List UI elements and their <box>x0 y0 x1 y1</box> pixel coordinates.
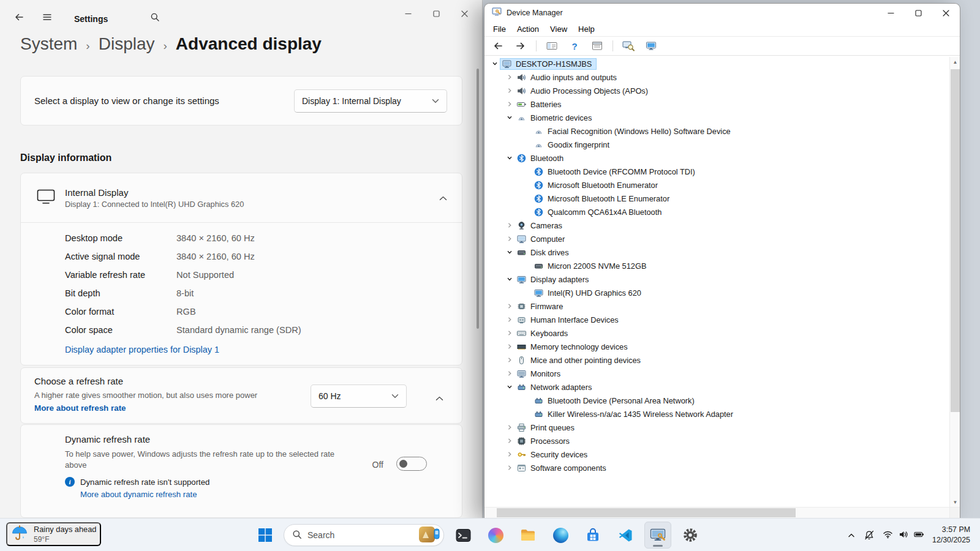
maximize-icon[interactable] <box>905 4 932 22</box>
menu-help[interactable]: Help <box>573 23 600 35</box>
tree-node[interactable]: Software components <box>485 461 949 474</box>
chevron-right-icon[interactable] <box>505 357 514 363</box>
chevron-right-icon[interactable] <box>505 465 514 471</box>
tree-node[interactable]: Human Interface Devices <box>485 313 949 326</box>
tree-node[interactable]: Bluetooth Device (Personal Area Network) <box>485 394 949 407</box>
search-highlight-image[interactable] <box>418 526 440 545</box>
tree-node-item[interactable]: Computer <box>514 233 570 245</box>
taskbar-app-microsoft-store-icon[interactable] <box>579 522 606 549</box>
tree-node-item[interactable]: Bluetooth <box>514 152 568 164</box>
refresh-rate-dropdown[interactable]: 60 Hz <box>311 384 407 408</box>
help-icon[interactable]: ? <box>567 39 582 53</box>
tree-node-item[interactable]: Micron 2200S NVMe 512GB <box>532 260 651 272</box>
start-button[interactable] <box>252 522 278 549</box>
chevron-up-icon[interactable] <box>435 392 443 403</box>
tree-node[interactable]: Intel(R) UHD Graphics 620 <box>485 286 949 299</box>
menu-file[interactable]: File <box>488 23 511 35</box>
tree-node-item[interactable]: Killer Wireless-n/a/ac 1435 Wireless Net… <box>532 408 738 420</box>
chevron-down-icon[interactable] <box>505 384 514 390</box>
tree-node-item[interactable]: Goodix fingerprint <box>532 139 614 151</box>
chevron-right-icon[interactable] <box>505 343 514 350</box>
chevron-right-icon[interactable] <box>505 438 514 444</box>
chevron-down-icon[interactable] <box>505 155 514 161</box>
scroll-down-arrow-icon[interactable]: ▼ <box>950 497 960 507</box>
tree-node[interactable]: Bluetooth Device (RFCOMM Protocol TDI) <box>485 165 949 178</box>
tree-node[interactable]: Micron 2200S NVMe 512GB <box>485 259 949 272</box>
tree-node[interactable]: Qualcomm QCA61x4A Bluetooth <box>485 205 949 219</box>
search-box[interactable]: Search <box>284 524 444 546</box>
tree-node-item[interactable]: Disk drives <box>514 247 574 258</box>
tree-node-item[interactable]: Print queues <box>514 422 579 433</box>
vertical-scrollbar[interactable]: ▲ ▼ <box>949 57 960 507</box>
tree-node[interactable]: Network adapters <box>485 380 949 394</box>
clock-widget[interactable]: 3:57 PM 12/30/2025 <box>929 523 976 547</box>
chevron-right-icon[interactable] <box>505 303 514 309</box>
taskbar-app-file-explorer-icon[interactable] <box>514 522 541 549</box>
tree-node[interactable]: Monitors <box>485 367 949 380</box>
chevron-right-icon[interactable] <box>505 222 514 228</box>
tree-node[interactable]: Keyboards <box>485 326 949 340</box>
tree-node[interactable]: Print queues <box>485 421 949 434</box>
tree-node[interactable]: Goodix fingerprint <box>485 138 949 151</box>
chevron-up-icon[interactable] <box>439 192 447 203</box>
tree-node-item[interactable]: Mice and other pointing devices <box>514 354 646 366</box>
tree-node-item[interactable]: Firmware <box>514 301 568 312</box>
notifications-off-icon[interactable] <box>860 523 878 547</box>
tree-node-item[interactable]: Human Interface Devices <box>514 314 624 326</box>
search-icon[interactable] <box>145 7 165 27</box>
minimize-icon[interactable] <box>394 0 422 27</box>
tree-node[interactable]: Audio inputs and outputs <box>485 70 949 84</box>
chevron-right-icon[interactable] <box>505 317 514 323</box>
chevron-down-icon[interactable] <box>490 61 500 67</box>
chevron-right-icon[interactable] <box>505 74 514 80</box>
scrollbar-thumb[interactable] <box>497 508 796 517</box>
chevron-right-icon[interactable] <box>505 236 514 242</box>
chevron-right-icon[interactable] <box>505 424 514 430</box>
tree-node[interactable]: Facial Recognition (Windows Hello) Softw… <box>485 124 949 138</box>
settings-vertical-scrollbar[interactable] <box>477 69 479 329</box>
tree-node-item[interactable]: Processors <box>514 435 575 447</box>
tree-node[interactable]: Cameras <box>485 219 949 232</box>
tree-node[interactable]: Computer <box>485 232 949 246</box>
taskbar-app-terminal-icon[interactable] <box>450 522 477 549</box>
tree-node-item[interactable]: Memory technology devices <box>514 341 633 353</box>
chevron-down-icon[interactable] <box>505 249 514 255</box>
minimize-icon[interactable] <box>877 4 905 22</box>
scroll-up-arrow-icon[interactable]: ▲ <box>950 57 960 67</box>
taskbar-app-edge-icon[interactable] <box>547 522 574 549</box>
close-icon[interactable] <box>932 4 960 22</box>
tree-node[interactable]: Bluetooth <box>485 151 949 165</box>
breadcrumb-display[interactable]: Display <box>99 34 155 54</box>
tree-node-item[interactable]: Biometric devices <box>514 112 597 124</box>
chevron-down-icon[interactable] <box>505 276 514 282</box>
navigation-menu-icon[interactable] <box>37 7 58 27</box>
console-tree-icon[interactable] <box>545 39 559 53</box>
chevron-up-icon[interactable] <box>843 523 860 547</box>
tree-node[interactable]: Disk drives <box>485 246 949 259</box>
dynamic-refresh-toggle[interactable] <box>396 457 427 471</box>
tree-node[interactable]: Processors <box>485 434 949 448</box>
menu-view[interactable]: View <box>545 23 573 35</box>
tree-node-item[interactable]: Batteries <box>514 99 567 110</box>
internal-display-header[interactable]: Internal Display Display 1: Connected to… <box>21 173 462 222</box>
tree-node-item[interactable]: Audio Processing Objects (APOs) <box>514 85 653 97</box>
tree-node-item[interactable]: Audio inputs and outputs <box>514 72 622 83</box>
tree-node-item[interactable]: Facial Recognition (Windows Hello) Softw… <box>532 126 736 137</box>
tree-node-item[interactable]: Microsoft Bluetooth LE Enumerator <box>532 193 674 204</box>
taskbar-app-device-manager-icon[interactable] <box>644 522 671 549</box>
tree-node[interactable]: DESKTOP-H1SMJBS <box>485 57 949 70</box>
back-button[interactable] <box>9 7 29 27</box>
taskbar-app-dev-icon[interactable] <box>612 522 639 549</box>
weather-widget[interactable]: Rainy days ahead 59°F <box>6 522 101 546</box>
horizontal-scrollbar[interactable] <box>484 507 949 518</box>
tree-node[interactable]: Batteries <box>485 97 949 111</box>
more-about-dynamic-refresh-link[interactable]: More about dynamic refresh rate <box>80 490 197 499</box>
tree-node[interactable]: Firmware <box>485 299 949 313</box>
taskbar-app-settings-icon[interactable] <box>677 522 704 549</box>
tree-node[interactable]: Display adapters <box>485 272 949 286</box>
tree-node-item[interactable]: DESKTOP-H1SMJBS <box>500 58 597 70</box>
tree-node-item[interactable]: Bluetooth Device (Personal Area Network) <box>532 395 699 407</box>
scan-hardware-icon[interactable] <box>621 39 636 53</box>
tree-node[interactable]: Memory technology devices <box>485 340 949 353</box>
tree-node[interactable]: Biometric devices <box>485 111 949 124</box>
